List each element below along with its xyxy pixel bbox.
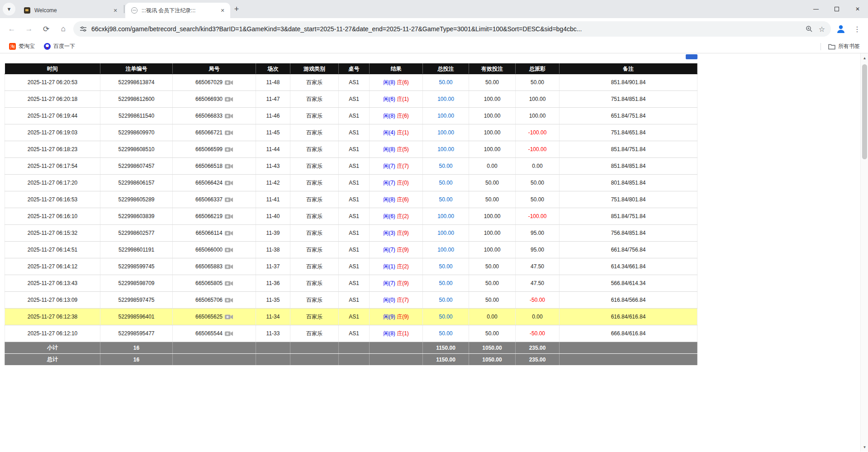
menu-kebab-icon[interactable]: ⋮ — [851, 23, 863, 35]
reload-button[interactable]: ⟳ — [39, 22, 53, 36]
scroll-down-icon[interactable]: ▼ — [861, 443, 868, 451]
subtotal-payout: 235.00 — [516, 342, 560, 354]
close-window-button[interactable]: ✕ — [847, 0, 868, 18]
subtotal-label: 小计 — [5, 342, 100, 354]
scroll-up-icon[interactable]: ▲ — [861, 54, 868, 62]
cell-result: 闲(0) 庄(7) — [370, 292, 423, 309]
cell-total-bet: 50.00 — [423, 275, 469, 292]
cell-valid-bet: 100.00 — [469, 225, 516, 242]
video-replay-icon[interactable] — [225, 281, 233, 286]
payout-value: -100.00 — [528, 146, 547, 152]
video-replay-icon[interactable] — [225, 331, 233, 337]
total-bet-link[interactable]: 50.00 — [439, 314, 452, 320]
total-bet-link[interactable]: 50.00 — [439, 163, 452, 169]
banker-result: 庄(9) — [397, 314, 409, 320]
tab-search-button[interactable]: ▼ — [3, 3, 15, 15]
video-replay-icon[interactable] — [225, 96, 233, 102]
home-button[interactable]: ⌂ — [56, 22, 71, 36]
total-bet-link[interactable]: 50.00 — [439, 297, 452, 303]
cell-result: 闲(8) 庄(6) — [370, 74, 423, 91]
cell-session: 11-41 — [256, 191, 290, 208]
video-replay-icon[interactable] — [225, 230, 233, 236]
site-settings-icon[interactable] — [79, 24, 88, 33]
total-bet-link[interactable]: 50.00 — [439, 330, 452, 337]
tab-divider — [124, 5, 124, 13]
back-button[interactable]: ← — [5, 22, 19, 36]
total-bet-link[interactable]: 50.00 — [439, 196, 452, 203]
bookmark-taobao[interactable]: 淘 爱淘宝 — [5, 41, 38, 52]
cell-valid-bet: 100.00 — [469, 124, 516, 141]
total-bet-link[interactable]: 50.00 — [439, 280, 452, 286]
video-replay-icon[interactable] — [225, 80, 233, 86]
total-bet-link[interactable]: 50.00 — [439, 79, 452, 86]
vertical-scrollbar[interactable]: ▲ ▼ — [860, 53, 868, 452]
bookmark-baidu[interactable]: 百度一下 — [40, 41, 79, 52]
cell-valid-bet: 100.00 — [469, 242, 516, 258]
cell-bet-id: 522998595477 — [100, 325, 173, 342]
total-bet-link[interactable]: 100.00 — [437, 230, 454, 236]
total-label: 总计 — [5, 354, 100, 366]
cell-valid-bet: 50.00 — [469, 275, 516, 292]
payout-value: 0.00 — [532, 163, 542, 169]
payout-value: -100.00 — [528, 213, 547, 219]
forward-button[interactable]: → — [22, 22, 36, 36]
total-bet-link[interactable]: 100.00 — [437, 247, 454, 253]
chevron-down-icon: ▼ — [7, 6, 12, 12]
cell-game-type: 百家乐 — [290, 108, 339, 124]
cell-time: 2025-11-27 06:13:43 — [5, 275, 100, 292]
url-bar[interactable]: 66cxkj98.com/game/betrecord_search/kind3… — [73, 21, 831, 37]
video-replay-icon[interactable] — [225, 264, 233, 270]
player-result: 闲(9) — [383, 314, 395, 320]
video-replay-icon[interactable] — [225, 314, 233, 320]
tab-bet-record[interactable]: :::视讯 会员下注纪录::: ✕ — [125, 3, 230, 18]
banker-result: 庄(6) — [397, 79, 409, 86]
url-text[interactable]: 66cxkj98.com/game/betrecord_search/kind3… — [91, 25, 801, 33]
cell-game-type: 百家乐 — [290, 74, 339, 91]
cell-time: 2025-11-27 06:13:09 — [5, 292, 100, 309]
subtotal-total-bet: 1150.00 — [423, 342, 469, 354]
total-bet-link[interactable]: 100.00 — [437, 129, 454, 136]
total-bet-link[interactable]: 50.00 — [439, 180, 452, 186]
video-replay-icon[interactable] — [225, 130, 233, 136]
total-bet-link[interactable]: 100.00 — [437, 213, 454, 219]
partial-button[interactable] — [686, 54, 697, 59]
cell-result: 闲(8) 庄(6) — [370, 108, 423, 124]
cell-total-bet: 100.00 — [423, 225, 469, 242]
zoom-icon[interactable] — [805, 24, 814, 33]
video-replay-icon[interactable] — [225, 147, 233, 152]
tab-strip: ▼ Welcome ✕ :::视讯 会员下注纪录::: ✕ + — ✕ — [0, 0, 868, 18]
cell-bet-id: 522998613874 — [100, 74, 173, 91]
cell-result: 闲(4) 庄(1) — [370, 124, 423, 141]
bookmark-star-icon[interactable]: ☆ — [817, 24, 826, 33]
cell-bet-id: 522998606157 — [100, 175, 173, 191]
cell-table-no: AS1 — [339, 325, 370, 342]
total-bet-link[interactable]: 100.00 — [437, 113, 454, 119]
total-bet-link[interactable]: 100.00 — [437, 146, 454, 152]
new-tab-button[interactable]: + — [230, 3, 243, 15]
cell-remark: 666.84/616.84 — [560, 325, 697, 342]
close-tab-icon[interactable]: ✕ — [218, 6, 227, 14]
cell-session: 11-43 — [256, 158, 290, 175]
tab-welcome[interactable]: Welcome ✕ — [18, 3, 123, 18]
tab-title: :::视讯 会员下注纪录::: — [142, 7, 215, 14]
total-bet-link[interactable]: 100.00 — [437, 96, 454, 102]
cell-bet-id: 522998612600 — [100, 91, 173, 108]
video-replay-icon[interactable] — [225, 247, 233, 253]
video-replay-icon[interactable] — [225, 113, 233, 119]
banker-result: 庄(6) — [397, 196, 409, 203]
minimize-button[interactable]: — — [806, 0, 826, 18]
cell-payout: -50.00 — [516, 292, 560, 309]
video-replay-icon[interactable] — [225, 197, 233, 203]
video-replay-icon[interactable] — [225, 163, 233, 169]
maximize-button[interactable] — [826, 0, 847, 18]
cell-round: 665065883 — [173, 258, 256, 275]
profile-avatar[interactable] — [834, 22, 848, 36]
video-replay-icon[interactable] — [225, 214, 233, 219]
total-bet-link[interactable]: 50.00 — [439, 263, 452, 270]
video-replay-icon[interactable] — [225, 297, 233, 303]
scrollbar-thumb[interactable] — [862, 64, 867, 159]
close-tab-icon[interactable]: ✕ — [111, 6, 119, 14]
all-bookmarks-button[interactable]: 所有书签 — [825, 43, 863, 50]
video-replay-icon[interactable] — [225, 180, 233, 186]
cell-payout: 50.00 — [516, 175, 560, 191]
